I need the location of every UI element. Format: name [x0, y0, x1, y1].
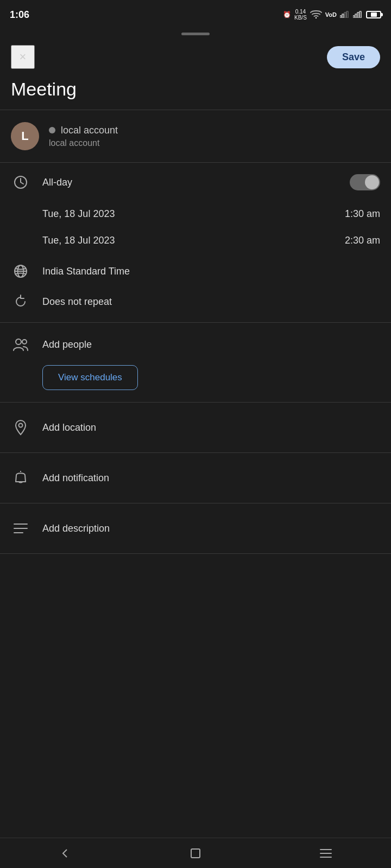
signal2-icon [353, 10, 363, 20]
event-editor-header: × Save [0, 40, 391, 76]
svg-rect-1 [340, 16, 342, 18]
end-date: Tue, 18 Jul 2023 [42, 235, 115, 246]
svg-rect-8 [360, 11, 361, 18]
close-button[interactable]: × [11, 45, 35, 69]
svg-rect-5 [353, 16, 355, 18]
alarm-icon: ⏰ [283, 11, 291, 18]
svg-rect-2 [342, 14, 344, 18]
svg-point-0 [316, 17, 317, 18]
add-location-label: Add location [42, 422, 96, 433]
event-title[interactable]: Meeting [0, 76, 391, 110]
repeat-icon [11, 292, 30, 311]
bottom-navigation [0, 838, 391, 868]
svg-rect-6 [355, 14, 357, 18]
location-section[interactable]: Add location [0, 403, 391, 453]
toggle-knob [365, 175, 379, 189]
location-icon [11, 418, 30, 437]
svg-rect-4 [346, 11, 348, 18]
all-day-label: All-day [42, 177, 72, 188]
repeat-row[interactable]: Does not repeat [11, 284, 380, 316]
repeat-label: Does not repeat [42, 296, 112, 308]
menu-button[interactable] [314, 841, 338, 865]
start-time: 1:30 am [345, 208, 380, 220]
add-people-label: Add people [42, 339, 92, 350]
svg-point-14 [22, 340, 27, 344]
description-section[interactable]: Add description [0, 503, 391, 554]
start-datetime-row[interactable]: Tue, 18 Jul 2023 1:30 am [11, 201, 380, 227]
add-people-row[interactable]: Add people [11, 335, 380, 354]
battery-icon [366, 11, 381, 18]
status-bar: 1:06 ⏰ 0.14KB/S VoD [0, 0, 391, 27]
svg-point-15 [19, 424, 23, 427]
bottom-sheet-handle [0, 27, 391, 40]
end-time: 2:30 am [345, 235, 380, 246]
status-time: 1:06 [10, 9, 29, 21]
save-button[interactable]: Save [327, 46, 380, 68]
signal-icon [340, 10, 350, 20]
account-name: local account [61, 125, 118, 136]
network-speed: 0.14KB/S [294, 9, 307, 21]
account-name-row: local account [49, 125, 118, 136]
account-info: local account local account [49, 125, 118, 148]
description-icon [11, 519, 30, 538]
wifi-icon [310, 10, 322, 20]
account-section[interactable]: L local account local account [0, 110, 391, 163]
timezone-row[interactable]: India Standard Time [11, 254, 380, 284]
start-date: Tue, 18 Jul 2023 [42, 208, 115, 220]
add-notification-label: Add notification [42, 473, 109, 484]
all-day-left: All-day [11, 173, 72, 192]
notification-icon [11, 468, 30, 488]
avatar: L [11, 122, 39, 150]
time-section: All-day Tue, 18 Jul 2023 1:30 am Tue, 18… [0, 163, 391, 323]
account-sub-label: local account [49, 138, 118, 148]
status-icons: ⏰ 0.14KB/S VoD [283, 9, 381, 21]
view-schedules-button[interactable]: View schedules [42, 365, 138, 390]
notification-section[interactable]: Add notification [0, 453, 391, 503]
timezone-label: India Standard Time [42, 266, 130, 277]
add-description-label: Add description [42, 523, 110, 534]
svg-rect-7 [357, 12, 359, 18]
back-button[interactable] [53, 841, 77, 865]
people-section: Add people View schedules [0, 323, 391, 403]
home-button[interactable] [184, 841, 207, 865]
all-day-toggle[interactable] [350, 174, 380, 190]
svg-point-13 [16, 339, 21, 344]
account-status-dot [49, 127, 55, 133]
svg-rect-3 [344, 12, 346, 18]
svg-rect-19 [191, 849, 200, 858]
end-datetime-row[interactable]: Tue, 18 Jul 2023 2:30 am [11, 227, 380, 254]
all-day-row[interactable]: All-day [11, 173, 380, 192]
data-icon: VoD [325, 11, 337, 18]
globe-icon [11, 261, 30, 281]
people-icon [11, 335, 30, 354]
clock-icon [11, 173, 30, 192]
